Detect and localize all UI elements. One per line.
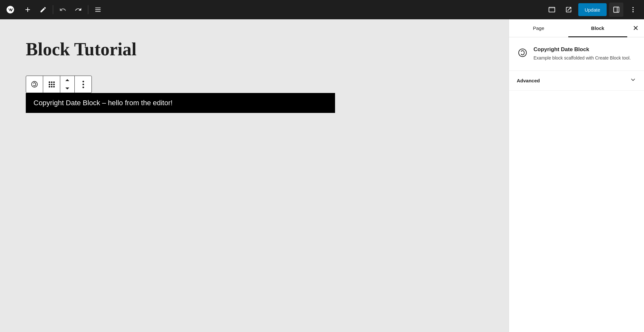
- drag-group: [43, 76, 60, 93]
- view-button[interactable]: [545, 3, 559, 17]
- more-options-button[interactable]: [626, 3, 640, 17]
- sidebar-header: Page Block ✕: [509, 19, 644, 37]
- advanced-header[interactable]: Advanced: [509, 71, 644, 91]
- svg-rect-1: [95, 9, 101, 10]
- toolbar-right: Update: [545, 3, 640, 17]
- svg-point-10: [32, 81, 37, 87]
- drag-handle-button[interactable]: [43, 76, 60, 93]
- move-group: [60, 76, 75, 93]
- block-info-text: Copyright Date Block Example block scaff…: [533, 46, 631, 61]
- block-info-title: Copyright Date Block: [533, 46, 631, 53]
- undo-button[interactable]: [56, 3, 70, 17]
- wp-logo: [4, 3, 17, 16]
- page-title: Block Tutorial: [26, 39, 483, 60]
- svg-point-7: [632, 7, 634, 8]
- block-toolbar: [26, 76, 92, 93]
- block-type-icon: [517, 47, 528, 59]
- block-type-group: [26, 76, 43, 93]
- main-area: Block Tutorial: [0, 19, 644, 332]
- close-sidebar-button[interactable]: ✕: [627, 20, 644, 37]
- svg-rect-5: [614, 7, 619, 13]
- tab-page[interactable]: Page: [509, 20, 568, 37]
- redo-button[interactable]: [71, 3, 85, 17]
- external-link-button[interactable]: [562, 3, 576, 17]
- block-options-button[interactable]: [75, 76, 91, 93]
- move-controls: [60, 76, 74, 93]
- list-view-button[interactable]: [91, 3, 105, 17]
- svg-point-9: [632, 11, 634, 13]
- block-info-panel: Copyright Date Block Example block scaff…: [509, 37, 644, 71]
- block-type-button[interactable]: [26, 76, 43, 93]
- toolbar-separator-1: [53, 5, 53, 14]
- sidebar-toggle-button[interactable]: [609, 3, 623, 17]
- move-up-button[interactable]: [62, 77, 73, 84]
- drag-dots-icon: [49, 81, 55, 88]
- tab-block[interactable]: Block: [568, 20, 628, 37]
- toolbar-separator-2: [88, 5, 88, 14]
- add-block-button[interactable]: [21, 3, 35, 17]
- tools-button[interactable]: [36, 3, 50, 17]
- update-button[interactable]: Update: [578, 3, 607, 16]
- sidebar: Page Block ✕ Copyright Date Block Exampl…: [509, 19, 644, 332]
- block-info-description: Example block scaffolded with Create Blo…: [533, 55, 631, 61]
- options-group: [75, 76, 91, 93]
- advanced-label: Advanced: [517, 78, 540, 83]
- svg-rect-2: [95, 11, 101, 12]
- svg-point-11: [519, 49, 526, 57]
- svg-point-8: [632, 9, 634, 10]
- block-toolbar-wrapper: [26, 76, 483, 93]
- advanced-chevron-icon: [630, 77, 636, 85]
- move-down-button[interactable]: [62, 84, 73, 92]
- svg-rect-4: [549, 7, 554, 9]
- editor-canvas[interactable]: Block Tutorial: [0, 19, 509, 332]
- main-toolbar: Update: [0, 0, 644, 19]
- svg-rect-0: [95, 8, 101, 8]
- options-dots-icon: [82, 81, 84, 88]
- block-content[interactable]: Copyright Date Block – hello from the ed…: [26, 93, 335, 113]
- advanced-section: Advanced: [509, 71, 644, 91]
